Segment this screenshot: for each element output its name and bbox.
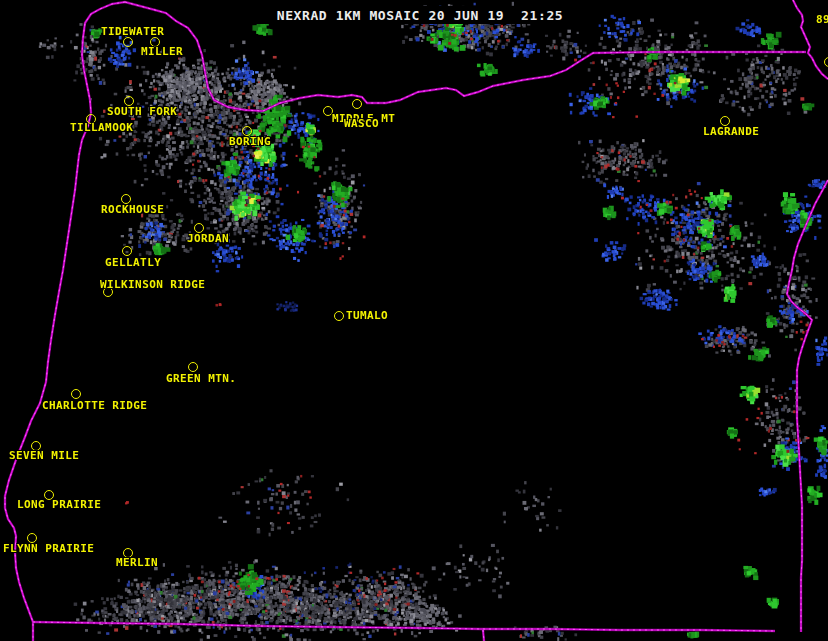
- site-label: TILLAMOOK: [70, 123, 133, 133]
- site-label: MILLER: [141, 47, 183, 57]
- site-label: FLYNN PRAIRIE: [3, 544, 94, 554]
- site-label: GREEN MTN.: [166, 374, 236, 384]
- site-label: ROCKHOUSE: [101, 205, 164, 215]
- site-label: JORDAN: [187, 234, 229, 244]
- edge-partial-site-circle: [824, 57, 828, 67]
- site-label: SOUTH FORK: [107, 107, 177, 117]
- title-bar: NEXRAD 1KM MOSAIC 20 JUN 19 21:25: [247, 6, 593, 24]
- site-label: LONG PRAIRIE: [17, 500, 101, 510]
- site-label: WILKINSON RIDGE: [100, 280, 205, 290]
- title-text: NEXRAD 1KM MOSAIC 20 JUN 19 21:25: [277, 8, 564, 23]
- site-label: CHARLOTTE RIDGE: [42, 401, 147, 411]
- site-circle: [188, 362, 198, 372]
- site-label: TIDEWATER: [101, 27, 164, 37]
- site-label: GELLATLY: [105, 258, 161, 268]
- site-label: SEVEN MILE: [9, 451, 79, 461]
- radar-echo-canvas: [0, 0, 828, 641]
- site-label: LAGRANDE: [703, 127, 759, 137]
- edge-label-fragment: 89: [816, 13, 828, 26]
- site-label: MERLIN: [116, 558, 158, 568]
- site-circle: [122, 246, 132, 256]
- site-label: BORING: [229, 137, 271, 147]
- nexrad-display: NEXRAD 1KM MOSAIC 20 JUN 19 21:25 89 TID…: [0, 0, 828, 641]
- site-label: WASCO: [344, 119, 379, 129]
- site-circle: [334, 311, 344, 321]
- site-circle: [123, 37, 133, 47]
- site-circle: [71, 389, 81, 399]
- site-circle: [352, 99, 362, 109]
- site-label: TUMALO: [346, 311, 388, 321]
